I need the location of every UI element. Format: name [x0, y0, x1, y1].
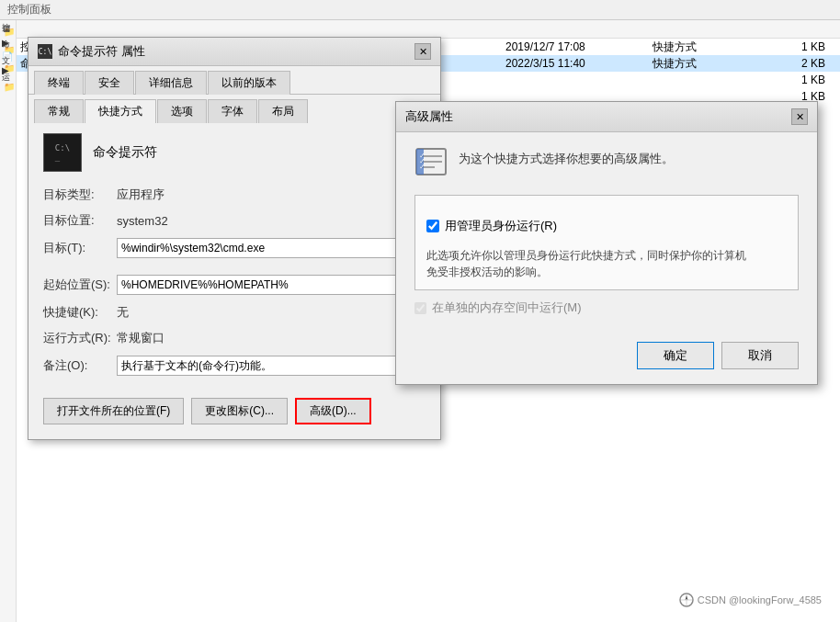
- sidebar-label-run: 运: [2, 72, 17, 88]
- adv-header-row: ✓ ✓ ✓ 为这个快捷方式选择你想要的高级属性。: [414, 147, 799, 180]
- admin-checkbox-label: 用管理员身份运行(R): [445, 218, 557, 234]
- icon-name-row: C:\_ 命令提示符: [43, 133, 426, 172]
- advanced-close-button[interactable]: ✕: [791, 108, 808, 125]
- tab-previous-versions[interactable]: 以前的版本: [208, 71, 290, 95]
- sidebar-labels: 控 命 文 运: [2, 22, 17, 88]
- prop-row-target-loc: 目标位置: system32: [43, 212, 426, 229]
- compass-icon: [679, 593, 694, 607]
- admin-checkbox[interactable]: [426, 220, 439, 232]
- tabs-row1: 终端 安全 详细信息 以前的版本: [28, 66, 440, 94]
- prop-value-target-loc: system32: [117, 214, 168, 228]
- prop-label-target-loc: 目标位置:: [43, 212, 117, 229]
- spacer-1: [43, 267, 426, 275]
- prop-label-start: 起始位置(S):: [43, 277, 117, 293]
- advanced-content: ✓ ✓ ✓ 为这个快捷方式选择你想要的高级属性。 用管理员身份运行(R) 此选项…: [396, 132, 817, 384]
- prop-label-target: 目标(T):: [43, 240, 117, 256]
- prop-value-target-type: 应用程序: [117, 187, 165, 203]
- cmd-title-icon: C:\: [38, 44, 52, 59]
- properties-dialog: C:\ 命令提示符 属性 ✕ 终端 安全 详细信息 以前的版本 常规 快捷方式 …: [28, 37, 441, 440]
- properties-title-bar: C:\ 命令提示符 属性 ✕: [28, 38, 440, 66]
- file-type-1: 快捷方式: [653, 40, 763, 55]
- file-type-2: 快捷方式: [653, 56, 763, 72]
- prop-label-comment: 备注(O):: [43, 357, 117, 374]
- admin-info-text: 此选项允许你以管理员身份运行此快捷方式，同时保护你的计算机 免受非授权活动的影响…: [426, 243, 787, 280]
- tab-shortcut[interactable]: 快捷方式: [85, 99, 156, 123]
- title-bar-left: C:\ 命令提示符 属性: [38, 43, 145, 60]
- file-date-2: 2022/3/15 11:40: [505, 57, 653, 70]
- prop-label-run: 运行方式(R):: [43, 330, 117, 346]
- tab-options[interactable]: 选项: [157, 99, 207, 123]
- change-icon-button[interactable]: 更改图标(C)...: [191, 398, 288, 424]
- tab-details[interactable]: 详细信息: [135, 71, 207, 95]
- properties-title-text: 命令提示符 属性: [58, 43, 145, 60]
- prop-label-target-type: 目标类型:: [43, 187, 117, 203]
- watermark-label: CSDN @lookingForw_4585: [698, 594, 822, 605]
- watermark: CSDN @lookingForw_4585: [679, 593, 822, 607]
- tab-general[interactable]: 常规: [34, 99, 84, 123]
- admin-checkbox-section: 用管理员身份运行(R) 此选项允许你以管理员身份运行此快捷方式，同时保护你的计算…: [414, 195, 799, 290]
- explorer-path: 控制面板: [7, 2, 51, 17]
- prop-input-start[interactable]: [117, 275, 426, 295]
- cmd-app-icon: C:\_: [43, 133, 82, 172]
- prop-label-shortcut: 快捷键(K):: [43, 304, 117, 321]
- file-size-3: 1 KB: [763, 74, 836, 86]
- svg-text:✓: ✓: [419, 163, 426, 171]
- prop-row-start: 起始位置(S):: [43, 275, 426, 295]
- prop-row-run: 运行方式(R): 常规窗口: [43, 330, 426, 346]
- adv-header-text: 为这个快捷方式选择你想要的高级属性。: [459, 147, 674, 167]
- tabs-row2: 常规 快捷方式 选项 字体 布局: [28, 94, 440, 122]
- advanced-title-text: 高级属性: [405, 108, 453, 125]
- prop-row-target-type: 目标类型: 应用程序: [43, 187, 426, 203]
- left-panel: 📁 📁 📁 📁: [0, 20, 17, 622]
- memory-checkbox-row: 在单独的内存空间中运行(M): [414, 300, 799, 316]
- sidebar-label-file: 文: [2, 55, 17, 72]
- watermark-text: CSDN @lookingForw_4585: [679, 593, 822, 607]
- prop-row-comment: 备注(O):: [43, 356, 426, 376]
- tab-security[interactable]: 安全: [85, 71, 134, 95]
- bottom-buttons-row: 打开文件所在的位置(F) 更改图标(C)... 高级(D)...: [43, 390, 426, 428]
- prop-value-run: 常规窗口: [117, 330, 165, 346]
- sidebar-label-cmd: 命: [2, 39, 17, 55]
- explorer-header: 控制面板: [0, 0, 840, 20]
- prop-input-comment[interactable]: [117, 356, 426, 376]
- file-size-2: 2 KB: [763, 57, 836, 70]
- advanced-bottom-buttons: 确定 取消: [414, 334, 799, 369]
- prop-value-shortcut: 无: [117, 304, 129, 321]
- advanced-cancel-button[interactable]: 取消: [721, 342, 799, 369]
- advanced-properties-dialog: 高级属性 ✕ ✓ ✓ ✓ 为这个快捷方式选择你想要的高级属性。: [395, 101, 818, 385]
- tab-font[interactable]: 字体: [208, 99, 257, 123]
- prop-input-target[interactable]: [117, 238, 426, 258]
- file-date-1: 2019/12/7 17:08: [505, 40, 653, 53]
- col-headers: [17, 20, 840, 39]
- sidebar-label-cp: 控: [2, 22, 17, 39]
- file-size-1: 1 KB: [763, 40, 836, 53]
- memory-checkbox[interactable]: [414, 302, 426, 314]
- app-name-label: 命令提示符: [93, 144, 157, 161]
- tab-terminal[interactable]: 终端: [34, 71, 84, 95]
- memory-checkbox-label: 在单独的内存空间中运行(M): [432, 300, 582, 316]
- open-location-button[interactable]: 打开文件所在的位置(F): [43, 398, 184, 424]
- properties-content: C:\_ 命令提示符 目标类型: 应用程序 目标位置: system32 目标(…: [28, 122, 440, 439]
- prop-row-shortcut: 快捷键(K): 无: [43, 304, 426, 321]
- advanced-button[interactable]: 高级(D)...: [295, 398, 371, 424]
- adv-shield-icon: ✓ ✓ ✓: [414, 147, 448, 180]
- admin-checkbox-row: 用管理员身份运行(R): [426, 218, 787, 234]
- advanced-title-bar: 高级属性 ✕: [396, 102, 817, 132]
- advanced-ok-button[interactable]: 确定: [637, 342, 714, 369]
- tab-layout[interactable]: 布局: [258, 99, 308, 123]
- prop-row-target: 目标(T):: [43, 238, 426, 258]
- properties-close-button[interactable]: ✕: [414, 43, 431, 60]
